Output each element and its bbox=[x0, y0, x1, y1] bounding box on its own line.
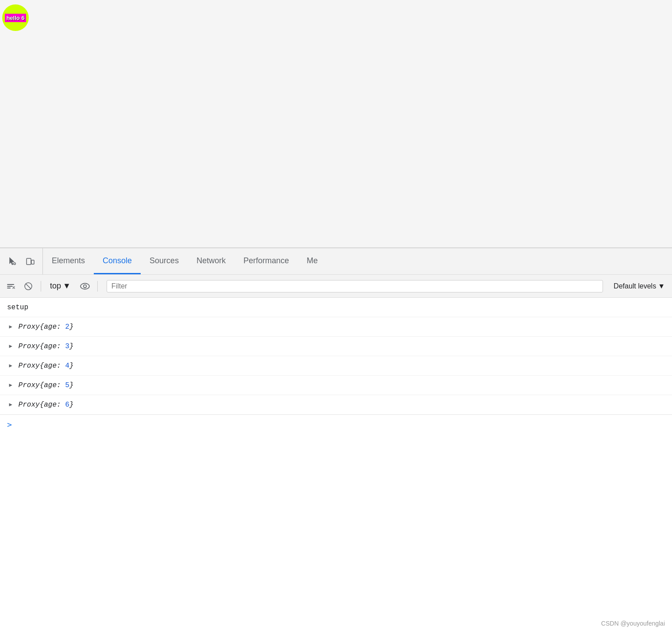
context-selector[interactable]: top ▼ bbox=[46, 280, 74, 292]
svg-point-8 bbox=[81, 283, 89, 289]
browser-viewport: hello 6 bbox=[0, 0, 672, 248]
tab-more[interactable]: Me bbox=[298, 248, 326, 274]
tab-network[interactable]: Network bbox=[188, 248, 234, 274]
svg-point-9 bbox=[84, 284, 87, 288]
hello-text: hello 6 bbox=[5, 14, 26, 22]
console-proxy-line-4[interactable]: ▶ Proxy { age : 5 } bbox=[0, 376, 672, 395]
element-selector-icon[interactable] bbox=[5, 254, 19, 269]
tab-elements[interactable]: Elements bbox=[43, 248, 94, 274]
filter-input[interactable] bbox=[107, 280, 603, 292]
devtools-tabs: Elements Console Sources Network Perform… bbox=[43, 248, 672, 274]
expand-arrow-3[interactable]: ▶ bbox=[7, 362, 14, 369]
toolbar-divider bbox=[41, 281, 41, 292]
svg-rect-2 bbox=[31, 260, 34, 264]
expand-arrow-1[interactable]: ▶ bbox=[7, 323, 14, 330]
tab-performance[interactable]: Performance bbox=[234, 248, 298, 274]
console-proxy-line-2[interactable]: ▶ Proxy { age : 3 } bbox=[0, 337, 672, 356]
chevron-down-icon-levels: ▼ bbox=[658, 282, 665, 290]
svg-rect-3 bbox=[7, 284, 14, 285]
devtools-panel: Elements Console Sources Network Perform… bbox=[0, 248, 672, 634]
console-toolbar: top ▼ Default levels ▼ bbox=[0, 275, 672, 298]
svg-rect-4 bbox=[7, 286, 12, 287]
devtools-toolbar: Elements Console Sources Network Perform… bbox=[0, 248, 672, 275]
svg-line-7 bbox=[26, 284, 31, 289]
default-levels-button[interactable]: Default levels ▼ bbox=[610, 280, 668, 292]
console-output: setup ▶ Proxy { age : 2 } ▶ Proxy { age … bbox=[0, 298, 672, 634]
tab-sources[interactable]: Sources bbox=[141, 248, 188, 274]
hello-element: hello 6 bbox=[2, 4, 29, 31]
svg-rect-0 bbox=[14, 263, 15, 265]
device-toolbar-icon[interactable] bbox=[23, 254, 37, 269]
clear-console-icon[interactable] bbox=[4, 279, 18, 293]
console-prompt: > bbox=[7, 420, 12, 429]
watermark: CSDN @youyoufenglai bbox=[601, 620, 665, 627]
expand-arrow-4[interactable]: ▶ bbox=[7, 382, 14, 389]
console-proxy-line-1[interactable]: ▶ Proxy { age : 2 } bbox=[0, 317, 672, 337]
console-proxy-line-5[interactable]: ▶ Proxy { age : 6 } bbox=[0, 395, 672, 415]
console-proxy-line-3[interactable]: ▶ Proxy { age : 4 } bbox=[0, 356, 672, 376]
expand-arrow-2[interactable]: ▶ bbox=[7, 343, 14, 350]
console-input-line[interactable]: > bbox=[0, 415, 672, 434]
console-setup-line: setup bbox=[0, 298, 672, 317]
live-expressions-icon[interactable] bbox=[78, 279, 92, 293]
svg-rect-1 bbox=[27, 258, 31, 265]
svg-rect-5 bbox=[7, 288, 11, 288]
toolbar-divider-2 bbox=[97, 281, 98, 292]
tab-console[interactable]: Console bbox=[94, 248, 141, 274]
toolbar-icons bbox=[0, 248, 43, 274]
block-icon[interactable] bbox=[21, 279, 35, 293]
chevron-down-icon: ▼ bbox=[63, 281, 71, 291]
expand-arrow-5[interactable]: ▶ bbox=[7, 401, 14, 408]
